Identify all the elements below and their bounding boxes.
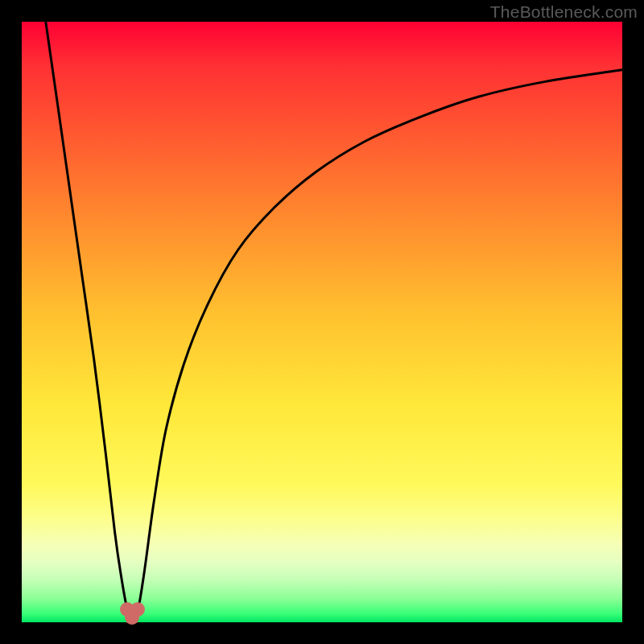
chart-frame: TheBottleneck.com — [0, 0, 644, 644]
bottleneck-curve — [22, 22, 622, 622]
watermark-text: TheBottleneck.com — [490, 2, 638, 22]
chart-plot-area — [22, 22, 622, 622]
curve-marker — [125, 610, 139, 625]
